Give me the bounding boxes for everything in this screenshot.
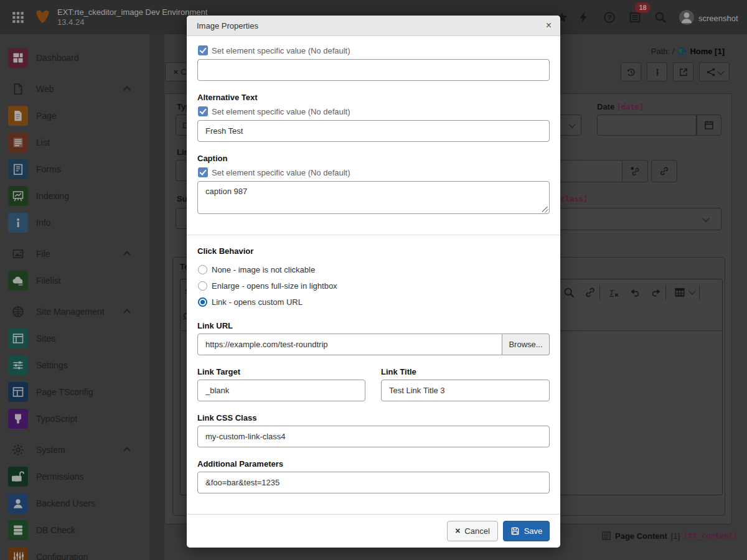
record-count: [1] <box>671 531 680 541</box>
sidebar-label: Page TSconfig <box>36 387 93 397</box>
app-grid-icon[interactable] <box>12 11 24 24</box>
caption-override-checkbox[interactable] <box>198 167 208 177</box>
resize-grip[interactable] <box>542 207 548 213</box>
redo-icon[interactable] <box>651 287 662 298</box>
link-record-button[interactable] <box>622 160 648 182</box>
view-webpage-button[interactable] <box>673 62 693 82</box>
filelist-module-icon <box>8 271 28 291</box>
sidebar-item-dashboard[interactable]: Dashboard <box>0 44 149 71</box>
close-icon[interactable]: × <box>546 19 552 32</box>
frame-class-key-fragment: class] <box>561 195 588 203</box>
search-icon[interactable] <box>654 11 667 24</box>
external-link-icon <box>679 67 688 77</box>
caption-label: Caption <box>197 154 227 163</box>
radio-none-label: None - image is not clickable <box>212 265 315 274</box>
path-prefix: Path: / <box>651 47 675 56</box>
divider <box>187 235 560 235</box>
sidebar-label: Dashboard <box>36 53 79 63</box>
chevron-up-icon <box>123 251 130 258</box>
caption-textarea[interactable]: caption 987 <box>197 181 550 214</box>
content-element-icon <box>601 531 611 541</box>
alt-override-label: Set element specific value (No default) <box>212 107 350 116</box>
sidebar-item-forms[interactable]: Forms <box>0 156 149 182</box>
configuration-module-icon <box>8 547 28 560</box>
radio-link[interactable] <box>198 297 207 307</box>
link-title-input[interactable] <box>381 380 550 401</box>
help-icon[interactable]: ? <box>603 11 616 24</box>
link-url-input[interactable] <box>197 334 502 355</box>
sidebar-item-typoscript[interactable]: TypoScript <box>0 405 149 432</box>
notification-badge: 18 <box>635 2 651 13</box>
info-button[interactable] <box>647 62 667 82</box>
insert-table-icon[interactable] <box>674 287 685 298</box>
dashboard-module-icon <box>8 48 28 68</box>
sidebar-label: Web <box>36 84 54 94</box>
globe-icon <box>12 306 24 318</box>
remove-format-icon[interactable]: T <box>608 287 619 298</box>
sidebar-label: Page <box>36 111 57 121</box>
sidebar-item-permissions[interactable]: Permissions <box>0 463 149 490</box>
radio-none[interactable] <box>198 265 207 274</box>
sidebar-item-page-tsconfig[interactable]: Page TSconfig <box>0 378 149 405</box>
alt-text-input[interactable] <box>197 120 550 142</box>
sidebar-item-sites[interactable]: Sites <box>0 325 149 352</box>
sidebar-item-info[interactable]: Info <box>0 209 149 236</box>
record-title: Page Content <box>615 531 667 541</box>
sidebar-item-list[interactable]: List <box>0 129 149 156</box>
typo3-logo-icon[interactable] <box>35 9 50 24</box>
sidebar-section-system[interactable]: System <box>0 436 149 463</box>
avatar[interactable] <box>679 10 694 25</box>
sidebar-item-backend-users[interactable]: Backend Users <box>0 490 149 516</box>
page-ref[interactable]: Home [1] <box>690 47 725 56</box>
undo-icon[interactable] <box>629 287 641 298</box>
svg-text:T: T <box>609 287 615 297</box>
sidebar-label: TypoScript <box>36 414 77 424</box>
chevron-up-icon <box>123 309 130 315</box>
radio-enlarge[interactable] <box>198 281 207 291</box>
permissions-module-icon <box>8 467 28 487</box>
sidebar-item-configuration[interactable]: Configuration <box>0 543 149 560</box>
clear-cache-bolt-icon[interactable] <box>577 11 590 24</box>
sidebar-item-db-check[interactable]: DB Check <box>0 516 149 543</box>
sidebar-item-settings[interactable]: Settings <box>0 352 149 378</box>
modal-footer: × Cancel Save <box>187 514 560 548</box>
db-check-module-icon <box>8 520 28 540</box>
date-input[interactable] <box>597 114 697 136</box>
share-button[interactable] <box>699 62 730 82</box>
sidebar-label: DB Check <box>36 525 75 535</box>
link-css-input[interactable] <box>197 426 550 447</box>
cancel-button[interactable]: × Cancel <box>447 521 498 541</box>
sidebar-item-filelist[interactable]: Filelist <box>0 267 149 294</box>
link-popup-button[interactable] <box>651 160 677 182</box>
sidebar-section-site-management[interactable]: Site Management <box>0 298 149 325</box>
click-behavior-label: Click Behavior <box>197 246 253 256</box>
link-target-input[interactable] <box>197 380 365 401</box>
share-icon <box>706 67 716 77</box>
sidebar-label: Site Management <box>36 307 105 317</box>
browse-button[interactable]: Browse... <box>502 334 550 355</box>
additional-params-input[interactable] <box>197 472 550 493</box>
find-replace-icon[interactable] <box>563 287 575 298</box>
date-picker-button[interactable] <box>697 114 721 136</box>
username[interactable]: screenshot <box>698 14 738 23</box>
sidebar-item-page[interactable]: Page <box>0 102 149 129</box>
sidebar-item-indexing[interactable]: Indexing <box>0 182 149 209</box>
sidebar-label: Indexing <box>36 191 69 201</box>
title-input[interactable] <box>197 59 550 81</box>
image-properties-modal: Image Properties × Set element specific … <box>187 16 560 548</box>
sidebar-label: Configuration <box>36 552 88 560</box>
sidebar-section-file[interactable]: File <box>0 240 149 267</box>
sidebar-label: System <box>36 445 65 455</box>
caption-override-label: Set element specific value (No default) <box>212 168 350 177</box>
top-override-checkbox[interactable] <box>198 45 208 55</box>
sidebar-label: Backend Users <box>36 498 95 508</box>
alt-override-checkbox[interactable] <box>198 106 208 116</box>
history-button[interactable] <box>621 62 641 82</box>
gear-icon <box>12 444 24 456</box>
save-button[interactable]: Save <box>503 521 550 541</box>
modal-title: Image Properties <box>197 21 258 30</box>
systeminfo-icon[interactable] <box>629 11 641 24</box>
insert-link-icon[interactable] <box>585 287 596 298</box>
sidebar-section-web[interactable]: Web <box>0 75 149 102</box>
pagetree-splitter[interactable] <box>149 34 164 560</box>
